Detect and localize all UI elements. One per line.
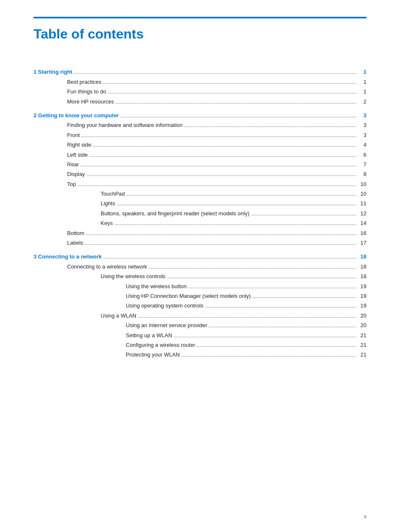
toc-page: 19 — [358, 281, 366, 291]
toc-label: Bottom — [67, 228, 84, 238]
top-border — [34, 17, 366, 18]
toc-entry: Display8 — [34, 169, 366, 179]
toc-dots — [251, 215, 356, 215]
toc-label: Best practices — [67, 77, 101, 87]
toc-dots — [74, 73, 356, 74]
toc-entry: Configuring a wireless router21 — [34, 340, 366, 350]
page-footer: v — [364, 514, 366, 519]
toc-page: 6 — [358, 150, 366, 160]
toc-page: 18 — [358, 271, 366, 281]
toc-entry: Using the wireless button19 — [34, 281, 366, 291]
toc-page: 12 — [358, 209, 366, 218]
toc-entry: Right side4 — [34, 140, 366, 150]
toc-label: Using operating system controls — [126, 301, 203, 310]
toc-entry: Buttons, speakers, and fingerprint reade… — [34, 209, 366, 218]
toc-entry: Finding your hardware and software infor… — [34, 120, 366, 130]
toc-entry: Left side6 — [34, 150, 366, 160]
toc-label: TouchPad — [101, 189, 125, 199]
toc-dots — [81, 137, 356, 137]
toc-page: 18 — [358, 262, 366, 271]
toc-page: 17 — [358, 238, 366, 248]
toc-dots — [93, 146, 356, 147]
toc-page: 21 — [358, 350, 366, 359]
toc-page: 8 — [358, 169, 366, 179]
toc-entry: More HP resources2 — [34, 97, 366, 106]
toc-label: 3 Connecting to a network — [34, 252, 102, 261]
toc-page: 21 — [358, 340, 366, 350]
toc-label: Left side — [67, 150, 88, 160]
toc-container: 1 Starting right1Best practices1Fun thin… — [34, 67, 366, 359]
toc-label: Configuring a wireless router — [126, 340, 195, 350]
toc-entry: 1 Starting right1 — [34, 67, 366, 77]
toc-dots — [114, 225, 356, 225]
toc-entry: Best practices1 — [34, 77, 366, 87]
toc-page: 20 — [358, 311, 366, 320]
toc-entry: TouchPad10 — [34, 189, 366, 199]
toc-label: Using HP Connection Manager (select mode… — [126, 291, 251, 301]
toc-entry: 3 Connecting to a network18 — [34, 252, 366, 261]
toc-entry: Using operating system controls19 — [34, 301, 366, 310]
toc-entry: Fun things to do1 — [34, 87, 366, 96]
toc-label: Display — [67, 169, 85, 179]
toc-label: Protecting your WLAN — [126, 350, 180, 359]
toc-entry: Using HP Connection Manager (select mode… — [34, 291, 366, 301]
toc-label: 1 Starting right — [34, 67, 72, 77]
toc-label: Right side — [67, 140, 91, 150]
toc-entry: Labels17 — [34, 238, 366, 248]
toc-label: 2 Getting to know your computer — [34, 111, 119, 120]
toc-dots — [103, 83, 356, 84]
toc-dots — [116, 103, 356, 103]
toc-dots — [184, 127, 356, 127]
toc-entry: Using the wireless controls18 — [34, 271, 366, 281]
toc-dots — [174, 337, 356, 337]
toc-dots — [138, 317, 356, 318]
toc-dots — [78, 186, 356, 186]
toc-dots — [197, 346, 356, 347]
toc-label: Buttons, speakers, and fingerprint reade… — [101, 209, 249, 218]
toc-label: Fun things to do — [67, 87, 106, 96]
toc-label: Connecting to a wireless network — [67, 262, 147, 271]
toc-label: Rear — [67, 160, 79, 169]
toc-dots — [87, 176, 356, 176]
toc-label: Using a WLAN — [101, 311, 136, 320]
toc-dots — [85, 244, 356, 245]
toc-entry: Lights11 — [34, 199, 366, 208]
toc-page: 2 — [358, 97, 366, 106]
toc-label: Finding your hardware and software infor… — [67, 120, 182, 130]
toc-entry: Setting up a WLAN21 — [34, 331, 366, 340]
toc-label: Setting up a WLAN — [126, 331, 172, 340]
toc-page: 3 — [358, 111, 366, 120]
toc-page: 1 — [358, 67, 366, 77]
toc-page: 20 — [358, 320, 366, 330]
toc-label: Keys — [101, 218, 113, 228]
toc-entry: Protecting your WLAN21 — [34, 350, 366, 359]
toc-entry: 2 Getting to know your computer3 — [34, 111, 366, 120]
toc-dots — [252, 297, 356, 298]
toc-page: 19 — [358, 301, 366, 310]
toc-dots — [121, 117, 356, 117]
toc-dots — [149, 268, 356, 269]
toc-dots — [167, 278, 356, 278]
toc-page: 7 — [358, 160, 366, 169]
toc-label: More HP resources — [67, 97, 114, 106]
toc-label: Labels — [67, 238, 83, 248]
toc-dots — [117, 205, 356, 205]
toc-page: 11 — [358, 199, 366, 208]
toc-entry: Connecting to a wireless network18 — [34, 262, 366, 271]
toc-dots — [89, 156, 356, 157]
toc-dots — [86, 235, 356, 235]
toc-entry: Top10 — [34, 179, 366, 189]
toc-dots — [104, 258, 356, 258]
toc-page: 19 — [358, 291, 366, 301]
toc-entry: Using a WLAN20 — [34, 311, 366, 320]
toc-dots — [205, 307, 356, 307]
toc-label: Using the wireless controls — [101, 271, 166, 281]
toc-page: 4 — [358, 140, 366, 150]
toc-dots — [108, 93, 356, 93]
toc-label: Front — [67, 130, 80, 140]
toc-label: Top — [67, 179, 76, 189]
page-title: Table of contents — [34, 26, 366, 42]
toc-label: Using the wireless button — [126, 281, 187, 291]
toc-label: Using an Internet service provider — [126, 320, 207, 330]
toc-page: 1 — [358, 77, 366, 87]
